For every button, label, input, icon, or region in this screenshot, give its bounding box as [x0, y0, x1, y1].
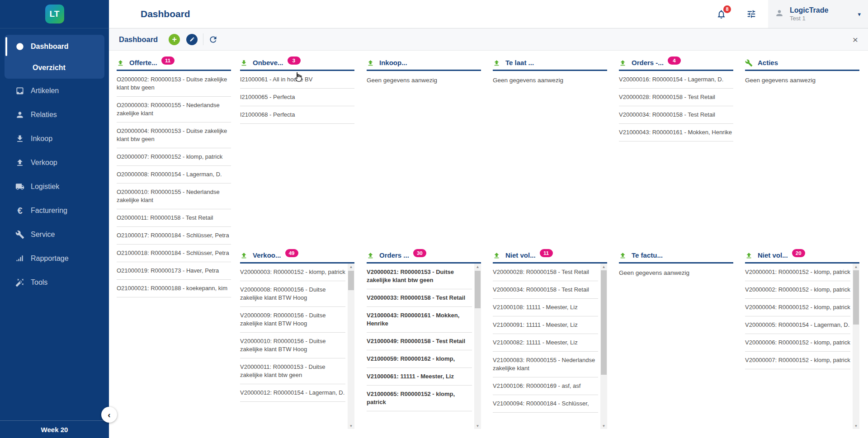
list-item[interactable]: O20000011: R00000158 - Test Retail: [117, 209, 231, 227]
settings-button[interactable]: [746, 9, 756, 19]
upload-icon: [493, 59, 500, 67]
notifications-button[interactable]: 8: [716, 9, 726, 19]
sidebar-collapse-button[interactable]: ‹: [101, 407, 117, 423]
list-item[interactable]: V20000007: R00000152 - klomp, patrick: [745, 352, 850, 369]
widget-title[interactable]: Niet vol...: [758, 251, 788, 259]
list-item[interactable]: V20000004: R00000152 - klomp, patrick: [745, 299, 850, 316]
list-item[interactable]: V21000049: R00000158 - Test Retail: [367, 333, 472, 350]
add-widget-button[interactable]: +: [169, 34, 180, 45]
list-item[interactable]: V21000091: 11111 - Meester, Liz: [493, 316, 598, 334]
sidebar-item-label: Dashboard: [31, 42, 69, 51]
list-item[interactable]: O21000018: R00000184 - Schlüsser, Petra: [117, 245, 231, 262]
list-item[interactable]: V21000083: R00000155 - Nederlandse zakel…: [493, 352, 598, 377]
list-item[interactable]: I21000068 - Perfecta: [240, 106, 354, 124]
list-item[interactable]: V20000012: R00000154 - Lagerman, D.: [240, 384, 345, 402]
widget-title[interactable]: Inkoop...: [379, 59, 407, 67]
list-item[interactable]: V20000010: R00000156 - Duitse zakelijke …: [240, 333, 345, 358]
list-item[interactable]: I21000065 - Perfecta: [240, 89, 354, 106]
list-item[interactable]: V21000059: R00000162 - klomp,: [367, 350, 472, 368]
scroll-down-arrow[interactable]: ▼: [474, 423, 481, 429]
scroll-up-arrow[interactable]: ▲: [348, 264, 354, 270]
list-item[interactable]: V20000011: R00000153 - Duitse zakelijke …: [240, 358, 345, 384]
list-item[interactable]: V21000061: 11111 - Meester, Liz: [367, 368, 472, 386]
user-menu[interactable]: LogicTrade Test 1 ▾: [768, 0, 868, 28]
sidebar-item-rapportage[interactable]: Rapportage: [0, 246, 109, 270]
sidebar-item-relaties[interactable]: Relaties: [0, 103, 109, 127]
list-item[interactable]: V21000094: R00000184 - Schlüsser,: [493, 395, 598, 413]
widget-title[interactable]: Acties: [758, 59, 778, 67]
list-item[interactable]: O21000019: R00000173 - Haver, Petra: [117, 262, 231, 280]
sidebar-item-overzicht[interactable]: Overzicht: [5, 57, 104, 78]
list-item[interactable]: V20000005: R00000154 - Lagerman, D.: [745, 316, 850, 334]
scrollbar[interactable]: ▲ ▼: [348, 264, 354, 429]
list-item[interactable]: V20000009: R00000156 - Duitse zakelijke …: [240, 307, 345, 333]
scroll-up-arrow[interactable]: ▲: [600, 264, 607, 270]
scroll-thumb[interactable]: [853, 270, 859, 325]
widget-title[interactable]: Orders ...: [379, 251, 409, 259]
list-item[interactable]: V20000002: R00000152 - klomp, patrick: [745, 281, 850, 299]
list-item[interactable]: O20000002: R00000153 - Duitse zakelijke …: [117, 71, 231, 97]
scrollbar[interactable]: ▲ ▼: [474, 264, 481, 429]
sidebar-item-logistiek[interactable]: Logistiek: [0, 174, 109, 198]
sidebar-item-dashboard[interactable]: Dashboard: [5, 36, 104, 57]
scroll-down-arrow[interactable]: ▼: [853, 423, 859, 429]
list-item[interactable]: V21000065: R00000152 - klomp, patrick: [367, 386, 472, 411]
list-item[interactable]: V20000034: R00000158 - Test Retail: [619, 106, 733, 124]
widget-title[interactable]: Niet vol...: [505, 251, 536, 259]
app-logo[interactable]: LT: [45, 5, 64, 24]
widget-inkoop: Inkoop... Geen gegevens aanwezig: [367, 59, 481, 84]
scroll-down-arrow[interactable]: ▼: [348, 423, 354, 429]
count-badge: 11: [161, 57, 175, 65]
close-button[interactable]: ×: [853, 35, 858, 44]
list-item[interactable]: O20000003: R00000155 - Nederlandse zakel…: [117, 97, 231, 122]
list-item[interactable]: V20000001: R00000152 - klomp, patrick: [745, 264, 850, 281]
widget-title[interactable]: Te factu...: [632, 251, 663, 259]
list-item[interactable]: O21000017: R00000184 - Schlüsser, Petra: [117, 227, 231, 245]
list-item[interactable]: V20000016: R00000154 - Lagerman, D.: [619, 71, 733, 89]
scrollbar[interactable]: ▲ ▼: [600, 264, 607, 429]
scrollbar[interactable]: ▲ ▼: [853, 264, 859, 429]
sidebar-item-verkoop[interactable]: Verkoop: [0, 151, 109, 174]
scroll-up-arrow[interactable]: ▲: [853, 264, 859, 270]
list-item[interactable]: V20000003: R00000152 - klomp, patrick: [240, 264, 345, 281]
truck-icon: [15, 182, 25, 191]
widget-title[interactable]: Te laat ...: [505, 59, 534, 67]
scroll-thumb[interactable]: [348, 271, 354, 290]
sidebar-item-facturering[interactable]: € Facturering: [0, 198, 109, 222]
sidebar-item-service[interactable]: Service: [0, 222, 109, 246]
list-item[interactable]: O20000004: R00000153 - Duitse zakelijke …: [117, 122, 231, 148]
scroll-thumb[interactable]: [601, 270, 607, 375]
sidebar-item-inkoop[interactable]: Inkoop: [0, 127, 109, 151]
list-item[interactable]: O20000008: R00000154 - Lagerman, D.: [117, 166, 231, 184]
list-item[interactable]: V21000106: R00000169 - asf, asf: [493, 377, 598, 395]
list-item[interactable]: O20000010: R00000155 - Nederlandse zakel…: [117, 184, 231, 209]
list-item[interactable]: I21000061 - All in house BV: [240, 71, 354, 89]
list-item[interactable]: V21000108: 11111 - Meester, Liz: [493, 299, 598, 316]
edit-dashboard-button[interactable]: [186, 34, 198, 45]
inbox-icon: [15, 86, 25, 95]
widget-title[interactable]: Offerte...: [129, 59, 157, 67]
sidebar-item-tools[interactable]: Tools: [0, 270, 109, 294]
list-item[interactable]: V20000006: R00000152 - klomp, patrick: [745, 334, 850, 352]
scroll-down-arrow[interactable]: ▼: [600, 423, 607, 429]
scroll-thumb[interactable]: [475, 271, 481, 308]
list-item[interactable]: V20000033: R00000158 - Test Retail: [367, 289, 472, 307]
count-badge: 20: [792, 249, 805, 257]
list-item[interactable]: V21000043: R00000161 - Mokken, Henrike: [367, 307, 472, 333]
refresh-button[interactable]: [208, 35, 218, 44]
widget-title[interactable]: Onbeve...: [253, 59, 283, 67]
list-item[interactable]: V20000028: R00000158 - Test Retail: [493, 264, 598, 281]
list-item[interactable]: O20000007: R00000152 - klomp, patrick: [117, 148, 231, 166]
list-item[interactable]: V20000028: R00000158 - Test Retail: [619, 89, 733, 106]
widget-list: V20000003: R00000152 - klomp, patrickV20…: [240, 264, 354, 429]
widget-title[interactable]: Orders -...: [632, 59, 664, 67]
list-item[interactable]: O21000021: R00000188 - koekepann, kim: [117, 280, 231, 297]
sidebar-item-artikelen[interactable]: Artikelen: [0, 79, 109, 103]
scroll-up-arrow[interactable]: ▲: [474, 264, 481, 270]
list-item[interactable]: V20000021: R00000153 - Duitse zakelijke …: [367, 264, 472, 289]
list-item[interactable]: V21000082: 11111 - Meester, Liz: [493, 334, 598, 352]
list-item[interactable]: V20000034: R00000158 - Test Retail: [493, 281, 598, 299]
widget-title[interactable]: Verkoo...: [253, 251, 281, 259]
list-item[interactable]: V21000043: R00000161 - Mokken, Henrike: [619, 124, 733, 141]
list-item[interactable]: V20000008: R00000156 - Duitse zakelijke …: [240, 281, 345, 307]
